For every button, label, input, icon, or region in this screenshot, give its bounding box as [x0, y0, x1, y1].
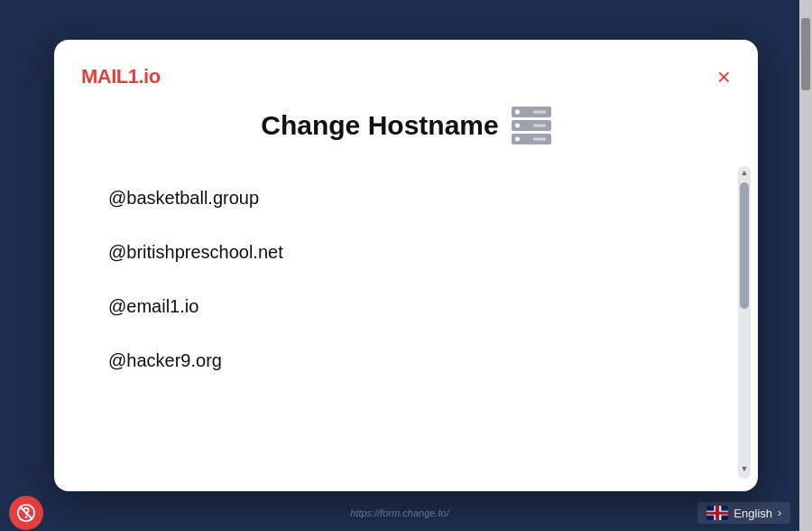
language-label: English: [734, 507, 772, 520]
modal-title-area: Change Hostname: [54, 88, 758, 154]
url-display: https://form.change.to/: [350, 508, 448, 518]
logo: MAIL1.io: [81, 65, 161, 88]
close-button[interactable]: ×: [717, 65, 731, 88]
svg-point-2: [26, 517, 27, 517]
hostname-item-0[interactable]: @basketball.group: [108, 172, 684, 226]
modal-title: Change Hostname: [261, 110, 498, 141]
help-icon: [16, 503, 36, 523]
scrollbar-up-arrow[interactable]: ▲: [739, 166, 751, 179]
server-icon: [512, 107, 551, 144]
server-layer-1: [512, 107, 551, 117]
language-selector[interactable]: English ›: [697, 502, 790, 524]
scrollbar-thumb[interactable]: [740, 182, 749, 309]
flag-uk-icon: [706, 506, 728, 520]
page-scrollbar[interactable]: [799, 0, 812, 531]
page-scrollbar-thumb: [801, 18, 810, 90]
modal-scrollbar[interactable]: ▲ ▼: [738, 166, 751, 479]
hostname-item-1[interactable]: @britishpreschool.net: [108, 226, 684, 280]
language-chevron-icon: ›: [778, 507, 781, 519]
bottom-bar: https://form.change.to/ English ›: [0, 495, 799, 531]
scrollbar-down-arrow[interactable]: ▼: [739, 462, 751, 475]
modal-content-wrapper: @basketball.group @britishpreschool.net …: [54, 163, 758, 482]
modal-content[interactable]: @basketball.group @britishpreschool.net …: [54, 163, 738, 482]
server-layer-3: [512, 134, 551, 144]
server-layer-2: [512, 120, 551, 131]
help-button[interactable]: [9, 496, 43, 530]
change-hostname-modal: MAIL1.io × Change Hostname @basketball.g…: [54, 40, 758, 491]
modal-header: MAIL1.io ×: [54, 40, 758, 88]
hostname-item-2[interactable]: @email1.io: [108, 280, 684, 334]
hostname-item-3[interactable]: @hacker9.org: [108, 334, 684, 388]
